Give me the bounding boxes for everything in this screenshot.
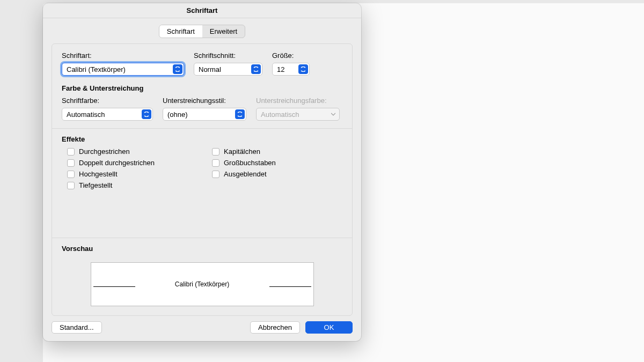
label-underline-style: Unterstreichungsstil: [163,97,246,105]
checkbox-label: Doppelt durchgestrichen [79,159,155,167]
checkbox-icon [67,171,75,178]
tab-font[interactable]: Schriftart [159,25,202,38]
chevron-down-icon [235,109,245,119]
preview-rule-left [93,286,135,287]
font-style-combobox[interactable]: Normal [194,63,262,76]
checkbox-double-strikethrough[interactable]: Doppelt durchgestrichen [67,159,196,167]
underline-color-value: Automatisch [261,110,299,119]
preview-text: Calibri (Textkörper) [175,280,229,288]
font-preview: Calibri (Textkörper) [91,262,314,306]
checkbox-strikethrough[interactable]: Durchgestrichen [67,147,196,156]
dialog-title: Schriftart [43,3,361,18]
preview-rule-right [269,286,311,287]
font-size-combobox[interactable]: 12 [272,63,310,76]
chevron-down-icon [142,109,151,119]
chevron-down-icon [298,64,308,74]
font-combobox[interactable]: Calibri (Textkörper) [62,63,184,76]
checkbox-small-caps[interactable]: Kapitälchen [212,147,276,156]
checkbox-icon [67,148,75,156]
checkbox-icon [212,148,219,156]
checkbox-label: Ausgeblendet [224,170,267,178]
default-button[interactable]: Standard... [52,321,102,334]
dialog-panel: Schriftart: Calibri (Textkörper) Schrift… [52,43,353,316]
checkbox-all-caps[interactable]: Großbuchstaben [212,159,276,167]
font-combobox-value: Calibri (Textkörper) [67,65,126,73]
underline-style-combobox[interactable]: (ohne) [163,108,246,121]
font-size-value: 12 [277,65,284,73]
tab-segment: Schriftart Erweitert [159,25,245,38]
chevron-down-icon [173,64,182,74]
cancel-button[interactable]: Abbrechen [250,321,300,334]
underline-style-value: (ohne) [167,110,188,119]
checkbox-hidden[interactable]: Ausgeblendet [212,170,276,178]
checkbox-icon [67,182,75,189]
label-font: Schriftart: [62,51,184,60]
chevron-down-icon [251,64,261,74]
underline-color-combobox: Automatisch [256,108,340,121]
dialog-tabs: Schriftart Erweitert [43,25,361,38]
ok-button[interactable]: OK [305,321,353,334]
checkbox-icon [67,159,75,167]
divider [52,128,352,129]
checkbox-label: Großbuchstaben [224,159,276,167]
dialog-footer: Standard... Abbrechen OK [43,316,361,341]
checkbox-subscript[interactable]: Tiefgestellt [67,181,196,189]
font-color-combobox[interactable]: Automatisch [62,108,153,121]
font-style-value: Normal [199,65,221,73]
font-dialog: Schriftart Schriftart Erweitert Schrifta… [43,3,361,341]
checkbox-label: Hochgestellt [79,170,118,178]
label-style: Schriftschnitt: [194,51,262,60]
checkbox-label: Durchgestrichen [79,147,130,156]
section-color-underline: Farbe & Unterstreichung [62,84,342,92]
section-preview: Vorschau [62,245,342,253]
section-effects: Effekte [62,135,342,143]
font-color-value: Automatisch [67,110,105,119]
checkbox-superscript[interactable]: Hochgestellt [67,170,196,178]
checkbox-label: Kapitälchen [224,147,260,156]
label-font-color: Schriftfarbe: [62,97,153,105]
divider [52,238,352,238]
chevron-down-icon [328,109,338,119]
tab-advanced[interactable]: Erweitert [202,25,245,38]
label-underline-color: Unterstreichungsfarbe: [256,97,340,105]
label-size: Größe: [272,51,310,60]
checkbox-label: Tiefgestellt [79,181,112,189]
checkbox-icon [212,159,219,167]
checkbox-icon [212,171,219,178]
